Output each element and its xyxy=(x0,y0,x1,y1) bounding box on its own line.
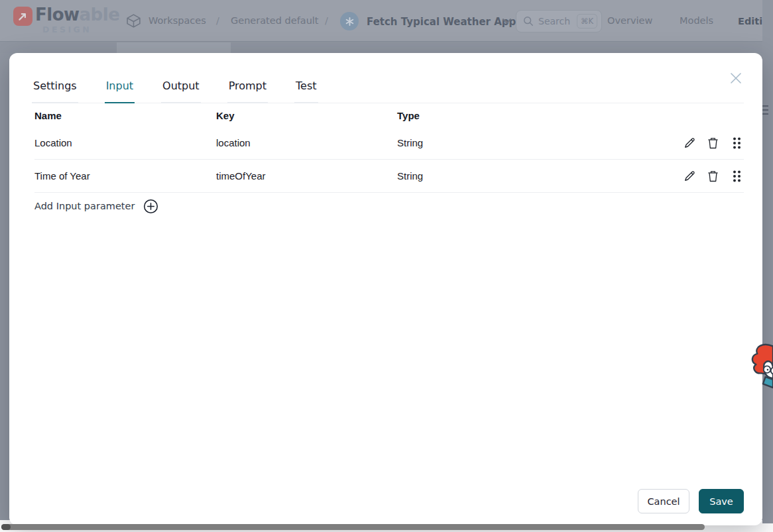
delete-trash-icon[interactable] xyxy=(706,169,720,183)
search-input[interactable]: Search ⌘K xyxy=(516,10,602,32)
brand-name: Flowable xyxy=(35,5,119,25)
tab-input[interactable]: Input xyxy=(105,80,135,103)
column-header-type: Type xyxy=(397,110,658,121)
add-input-parameter-button[interactable]: Add Input parameter xyxy=(34,195,158,217)
plus-circle-icon xyxy=(143,199,158,214)
breadcrumb-separator: / xyxy=(216,15,219,26)
flowable-logo-icon xyxy=(13,7,32,26)
search-shortcut-badge: ⌘K xyxy=(577,14,597,28)
table-row: Time of Year timeOfYear String xyxy=(34,160,744,193)
dialog-footer: Cancel Save xyxy=(638,489,744,513)
scrollbar-left-cap xyxy=(1,524,11,530)
param-type: String xyxy=(397,170,658,182)
tab-settings[interactable]: Settings xyxy=(32,80,78,103)
background-active-tab xyxy=(117,42,231,54)
add-input-parameter-label: Add Input parameter xyxy=(34,201,135,211)
param-name: Location xyxy=(34,137,216,148)
edit-pencil-icon[interactable] xyxy=(682,136,696,150)
search-placeholder: Search xyxy=(538,16,577,27)
param-key: location xyxy=(216,137,397,148)
breadcrumb-workspaces[interactable]: Workspaces xyxy=(149,15,206,26)
app-name-selector[interactable]: Fetch Typical Weather App xyxy=(367,16,516,28)
edit-pencil-icon[interactable] xyxy=(682,169,696,183)
column-header-key: Key xyxy=(216,110,397,121)
background-editor-tabstrip xyxy=(0,41,773,53)
input-parameters-dialog: Settings Input Output Prompt Test Name K… xyxy=(9,53,762,525)
input-parameters-table: Name Key Type Location location String xyxy=(34,104,744,193)
column-header-name: Name xyxy=(34,110,216,121)
brand-subtitle: DESIGN xyxy=(42,25,91,34)
delete-trash-icon[interactable] xyxy=(706,136,720,150)
drag-handle-icon[interactable] xyxy=(730,136,744,150)
tab-output[interactable]: Output xyxy=(161,80,201,103)
table-header-row: Name Key Type xyxy=(34,104,744,127)
chevron-down-icon[interactable] xyxy=(502,18,512,25)
param-name: Time of Year xyxy=(34,170,216,182)
nav-overview[interactable]: Overview xyxy=(607,15,652,26)
tab-test[interactable]: Test xyxy=(294,80,318,103)
drag-handle-icon[interactable] xyxy=(730,169,744,183)
tab-prompt[interactable]: Prompt xyxy=(227,80,268,103)
search-icon xyxy=(523,16,534,27)
nav-models[interactable]: Models xyxy=(680,15,713,26)
breadcrumb-separator: / xyxy=(325,15,328,26)
param-key: timeOfYear xyxy=(216,170,397,182)
app-header: Flowable DESIGN Workspaces / Generated d… xyxy=(0,0,773,41)
workspace-cube-icon xyxy=(126,13,141,28)
param-type: String xyxy=(397,137,658,148)
cancel-button[interactable]: Cancel xyxy=(638,489,689,513)
save-button[interactable]: Save xyxy=(699,489,744,513)
horizontal-scrollbar-thumb[interactable] xyxy=(1,524,705,530)
app-asterisk-icon xyxy=(340,12,359,30)
dialog-tabbar: Settings Input Output Prompt Test xyxy=(32,53,744,103)
table-row: Location location String xyxy=(34,127,744,160)
mascot-peek-illustration[interactable] xyxy=(749,340,773,390)
right-overlay-strip xyxy=(762,0,773,523)
breadcrumb-workspace-name[interactable]: Generated default xyxy=(231,15,319,26)
